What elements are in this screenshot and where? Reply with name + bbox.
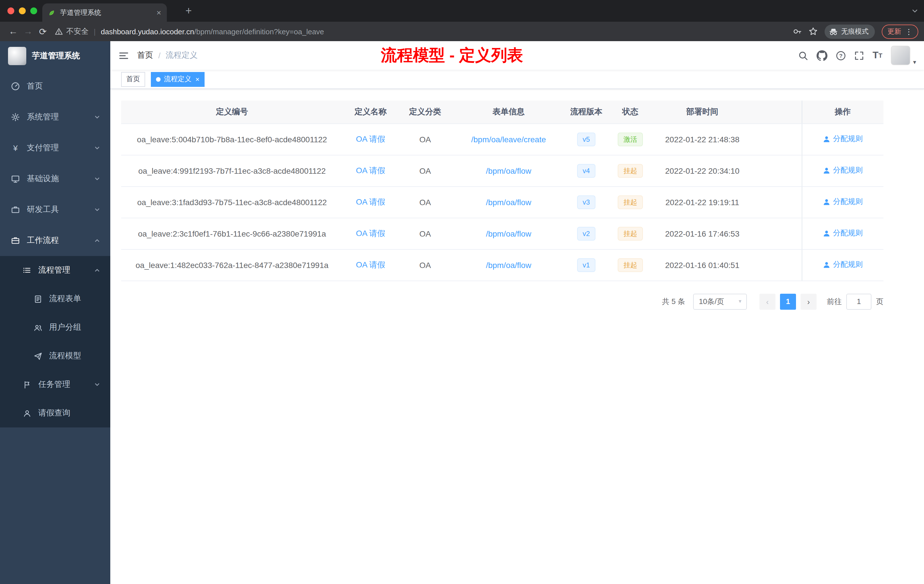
next-page-button[interactable]: › [800, 294, 817, 309]
user-icon [823, 167, 830, 174]
user-icon [823, 135, 830, 143]
definition-id: oa_leave:4:991f2193-7b7f-11ec-a3c8-acde4… [121, 155, 343, 186]
dashboard-icon [10, 82, 21, 91]
browser-update-button[interactable]: 更新 ⋮ [882, 24, 918, 39]
definition-id: oa_leave:1:482ec033-762a-11ec-8477-a2380… [121, 249, 343, 280]
definition-name-link[interactable]: OA 请假 [356, 134, 385, 143]
avatar[interactable] [891, 46, 910, 65]
close-tab-icon[interactable]: × [157, 8, 161, 16]
tab-overflow-chevron-icon[interactable] [911, 7, 918, 14]
security-indicator[interactable]: 不安全 [55, 26, 89, 36]
sidebar-item-infrastructure[interactable]: 基础设施 [0, 163, 110, 194]
form-link[interactable]: /bpm/oa/flow [486, 260, 531, 269]
sidebar-item-home[interactable]: 首页 [0, 71, 110, 102]
assign-rule-link[interactable]: 分配规则 [823, 260, 863, 270]
page-content: 定义编号 定义名称 定义分类 表单信息 流程版本 状态 部署时间 操作 [110, 89, 924, 584]
chevron-down-icon [94, 114, 100, 120]
sidebar-item-dev-tools[interactable]: 研发工具 [0, 194, 110, 225]
chevron-down-icon [94, 382, 100, 388]
definition-name-link[interactable]: OA 请假 [356, 260, 385, 269]
browser-toolbar: ← → ⟳ 不安全 | dashboard.yudao.iocoder.cn/b… [0, 22, 924, 41]
sidebar-item-label: 研发工具 [27, 205, 94, 215]
pagination-goto: 前往 页 [827, 294, 883, 309]
definition-category: OA [398, 155, 452, 186]
search-icon[interactable] [798, 51, 808, 60]
assign-rule-link[interactable]: 分配规则 [823, 134, 863, 144]
definition-name-link[interactable]: OA 请假 [356, 228, 385, 238]
sidebar-item-process-model[interactable]: 流程模型 [0, 342, 110, 370]
form-link[interactable]: /bpm/oa/flow [486, 166, 531, 175]
page-goto-input[interactable] [846, 294, 871, 309]
tag-label: 首页 [126, 74, 140, 84]
sidebar-item-label: 系统管理 [27, 112, 94, 122]
pagination: 共 5 条 10条/页 ▼ ‹ 1 › 前往 页 [121, 294, 883, 309]
omnibox-divider: | [94, 27, 96, 36]
sidebar-collapse-icon[interactable] [110, 51, 137, 60]
goto-label: 前往 [827, 296, 842, 307]
minimize-window-button[interactable] [19, 7, 26, 14]
definition-name-link[interactable]: OA 请假 [356, 197, 385, 206]
close-window-button[interactable] [7, 7, 14, 14]
tag-process-definition[interactable]: 流程定义 × [151, 72, 205, 87]
user-avatar-wrap[interactable]: ▼ [891, 46, 917, 65]
warning-icon [55, 27, 63, 35]
browser-tab[interactable]: 芋道管理系统 × [42, 3, 167, 22]
back-button[interactable]: ← [6, 24, 21, 39]
svg-text:?: ? [839, 53, 843, 59]
sidebar-item-workflow[interactable]: 工作流程 [0, 225, 110, 256]
sidebar-item-process-management[interactable]: 流程管理 [0, 256, 110, 285]
breadcrumb-separator: / [158, 51, 160, 60]
yen-icon: ¥ [10, 144, 21, 153]
column-header: 流程版本 [565, 101, 607, 124]
sidebar-item-leave-query[interactable]: 请假查询 [0, 399, 110, 427]
form-link[interactable]: /bpm/oa/flow [486, 198, 531, 206]
sidebar-item-payment-management[interactable]: ¥ 支付管理 [0, 133, 110, 163]
password-key-icon[interactable] [792, 27, 802, 36]
sidebar-item-user-group[interactable]: 用户分组 [0, 313, 110, 342]
definition-category: OA [398, 186, 452, 218]
prev-page-button[interactable]: ‹ [759, 294, 776, 309]
sidebar-item-task-management[interactable]: 任务管理 [0, 370, 110, 399]
page-number-button[interactable]: 1 [780, 294, 796, 309]
forward-button[interactable]: → [21, 24, 35, 39]
form-link[interactable]: /bpm/oa/leave/create [471, 135, 546, 144]
column-header: 定义编号 [121, 101, 343, 124]
version-badge: v2 [577, 226, 596, 240]
assign-rule-link[interactable]: 分配规则 [823, 228, 863, 239]
definition-category: OA [398, 218, 452, 249]
fullscreen-icon[interactable] [854, 51, 864, 60]
url-path: /bpm/manager/definition?key=oa_leave [194, 27, 324, 36]
maximize-window-button[interactable] [30, 7, 37, 14]
bookmark-star-icon[interactable] [808, 27, 818, 36]
sidebar-item-process-form[interactable]: 流程表单 [0, 285, 110, 313]
briefcase-icon [10, 205, 21, 214]
new-tab-button[interactable]: + [182, 4, 195, 18]
browser-menu-kebab-icon[interactable]: ⋮ [905, 27, 912, 36]
definition-name-link[interactable]: OA 请假 [356, 165, 385, 175]
tag-home[interactable]: 首页 [121, 72, 145, 87]
version-badge: v3 [577, 195, 596, 209]
sidebar-item-system-management[interactable]: 系统管理 [0, 102, 110, 133]
page-banner: 流程模型 - 定义列表 [381, 45, 523, 66]
help-icon[interactable]: ? [836, 51, 846, 60]
font-size-icon[interactable]: TT [873, 50, 882, 61]
traffic-lights [7, 7, 37, 14]
version-badge: v4 [577, 164, 596, 177]
form-link[interactable]: /bpm/oa/flow [486, 229, 531, 238]
sidebar-logo-row[interactable]: 芋道管理系统 [0, 41, 110, 71]
column-header: 定义分类 [398, 101, 452, 124]
breadcrumb-home[interactable]: 首页 [137, 50, 153, 61]
deploy-time: 2022-01-16 01:40:51 [653, 249, 751, 280]
incognito-label: 无痕模式 [841, 26, 869, 36]
chevron-down-icon [94, 207, 100, 213]
reload-button[interactable]: ⟳ [35, 24, 50, 39]
address-bar[interactable]: dashboard.yudao.iocoder.cn/bpm/manager/d… [101, 27, 787, 36]
page-size-select[interactable]: 10条/页 ▼ [693, 294, 747, 309]
assign-rule-link[interactable]: 分配规则 [823, 197, 863, 207]
github-icon[interactable] [817, 50, 827, 61]
assign-rule-link[interactable]: 分配规则 [823, 165, 863, 176]
sidebar-item-label: 首页 [27, 81, 100, 91]
tag-close-icon[interactable]: × [195, 76, 200, 82]
table-row: oa_leave:4:991f2193-7b7f-11ec-a3c8-acde4… [121, 155, 883, 186]
status-badge: 挂起 [618, 258, 643, 272]
